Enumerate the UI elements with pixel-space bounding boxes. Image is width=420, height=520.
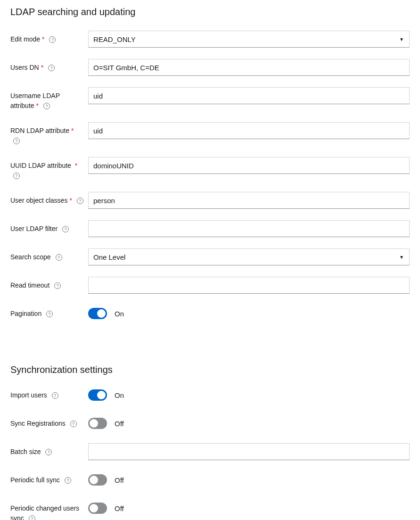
label-sync-reg: Sync Registrations ? (10, 415, 88, 429)
periodic-chg-toggle[interactable] (88, 503, 107, 514)
label-import-users: Import users ? (10, 387, 88, 400)
row-import-users: Import users ? On (10, 387, 410, 404)
help-icon[interactable]: ? (29, 515, 35, 520)
toggle-state-label: Off (115, 476, 124, 484)
required-mark: * (36, 102, 39, 109)
label-username-attr: Username LDAP attribute* ? (10, 87, 88, 111)
required-mark: * (75, 162, 77, 169)
label-search-scope: Search scope ? (10, 248, 88, 262)
uuid-attr-input[interactable] (88, 157, 410, 174)
row-periodic-chg: Periodic changed users sync ? Off (10, 500, 410, 520)
required-mark: * (41, 64, 43, 71)
search-scope-select[interactable] (88, 248, 410, 265)
label-user-obj: User object classes* ? (10, 192, 88, 206)
help-icon[interactable]: ? (49, 36, 56, 43)
label-edit-mode: Edit mode* ? (10, 31, 88, 44)
help-icon[interactable]: ? (70, 421, 77, 427)
toggle-state-label: Off (115, 420, 124, 428)
label-read-timeout: Read timeout ? (10, 277, 88, 290)
user-obj-input[interactable] (88, 192, 410, 209)
label-periodic-chg: Periodic changed users sync ? (10, 500, 88, 520)
required-mark: * (71, 127, 74, 134)
help-icon[interactable]: ? (43, 103, 50, 109)
edit-mode-select[interactable] (88, 31, 410, 48)
help-icon[interactable]: ? (56, 254, 62, 261)
row-batch-size: Batch size ? (10, 443, 410, 460)
help-icon[interactable]: ? (13, 138, 20, 144)
label-user-filter: User LDAP filter ? (10, 220, 88, 234)
row-user-filter: User LDAP filter ? (10, 220, 410, 237)
batch-size-input[interactable] (88, 443, 410, 460)
toggle-state-label: Off (115, 504, 124, 512)
row-edit-mode: Edit mode* ? ▼ (10, 31, 410, 48)
row-rdn-attr: RDN LDAP attribute* ? (10, 122, 410, 146)
toggle-state-label: On (115, 310, 124, 318)
help-icon[interactable]: ? (77, 198, 83, 204)
import-users-toggle[interactable] (88, 389, 107, 401)
row-users-dn: Users DN* ? (10, 59, 410, 76)
row-sync-reg: Sync Registrations ? Off (10, 415, 410, 432)
periodic-full-toggle[interactable] (88, 474, 107, 486)
row-uuid-attr: UUID LDAP attribute * ? (10, 157, 410, 181)
label-batch-size: Batch size ? (10, 443, 88, 457)
label-uuid-attr: UUID LDAP attribute * ? (10, 157, 88, 181)
help-icon[interactable]: ? (46, 311, 53, 317)
help-icon[interactable]: ? (52, 392, 58, 399)
row-user-obj: User object classes* ? (10, 192, 410, 209)
label-pagination: Pagination ? (10, 305, 88, 319)
username-attr-input[interactable] (88, 87, 410, 104)
help-icon[interactable]: ? (62, 226, 69, 232)
required-mark: * (69, 197, 72, 204)
row-pagination: Pagination ? On (10, 305, 410, 322)
users-dn-input[interactable] (88, 59, 410, 76)
section-title-sync: Synchronization settings (10, 364, 410, 375)
sync-reg-toggle[interactable] (88, 418, 107, 429)
label-periodic-full: Periodic full sync ? (10, 471, 88, 485)
pagination-toggle[interactable] (88, 308, 107, 319)
label-rdn-attr: RDN LDAP attribute* ? (10, 122, 88, 146)
rdn-attr-input[interactable] (88, 122, 410, 139)
row-username-attr: Username LDAP attribute* ? (10, 87, 410, 111)
help-icon[interactable]: ? (45, 449, 52, 455)
section-title-ldap: LDAP searching and updating (10, 7, 410, 17)
help-icon[interactable]: ? (13, 173, 20, 179)
user-filter-input[interactable] (88, 220, 410, 237)
help-icon[interactable]: ? (48, 65, 55, 71)
required-mark: * (42, 35, 44, 43)
help-icon[interactable]: ? (65, 477, 71, 484)
row-read-timeout: Read timeout ? (10, 277, 410, 294)
read-timeout-input[interactable] (88, 277, 410, 294)
help-icon[interactable]: ? (54, 282, 61, 289)
label-users-dn: Users DN* ? (10, 59, 88, 73)
row-search-scope: Search scope ? ▼ (10, 248, 410, 265)
toggle-state-label: On (115, 391, 124, 399)
row-periodic-full: Periodic full sync ? Off (10, 471, 410, 488)
